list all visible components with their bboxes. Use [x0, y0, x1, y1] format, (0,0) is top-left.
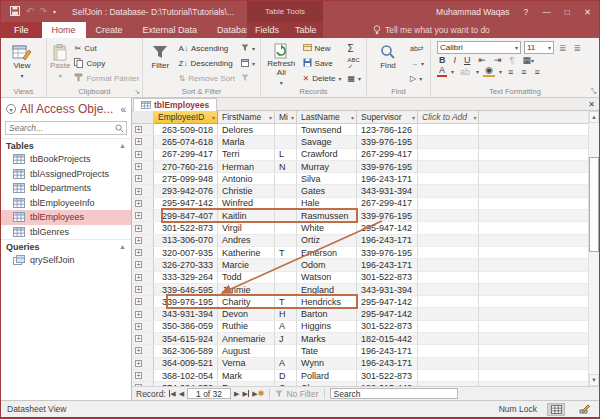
refresh-all-button[interactable]: Refresh All ▾	[264, 41, 299, 86]
cell-mi[interactable]	[275, 222, 297, 234]
row-expand-button[interactable]: +	[132, 173, 154, 185]
cell-firstname[interactable]: Devon	[218, 308, 275, 320]
cell-supervisor[interactable]: 301-522-873	[357, 321, 418, 333]
redo-icon[interactable]: ↷	[40, 7, 48, 16]
cell-supervisor[interactable]: 301-522-873	[357, 370, 418, 382]
cell-firstname[interactable]: Rex	[218, 382, 275, 386]
datasheet-view-button[interactable]	[547, 403, 565, 416]
cell-mi[interactable]: L	[275, 149, 297, 161]
tell-me-box[interactable]: Tell me what you want to do	[373, 22, 490, 38]
cell-mi[interactable]: A	[275, 321, 297, 333]
toggle-filter-button[interactable]	[239, 71, 257, 86]
cell-supervisor[interactable]: 196-243-171	[357, 259, 418, 271]
row-expand-button[interactable]: +	[132, 136, 154, 148]
previous-record-button[interactable]: ◀	[179, 390, 184, 398]
table-row[interactable]: +333-329-264ToddWatson301-522-873	[132, 272, 588, 284]
cell-click-to-add[interactable]	[418, 173, 479, 185]
scrollbar-thumb[interactable]	[589, 157, 599, 252]
decrease-indent-icon[interactable]: ⇤	[477, 55, 489, 65]
cell-lastname[interactable]: England	[297, 284, 357, 296]
cell-mi[interactable]: N	[275, 161, 297, 173]
table-row[interactable]: +299-847-407KaitlinRasmussen339-976-195	[132, 210, 588, 222]
cell-click-to-add[interactable]	[418, 308, 479, 320]
filter-button[interactable]: Filter	[146, 41, 175, 86]
cell-supervisor[interactable]: 196-243-171	[357, 345, 418, 357]
column-dropdown-icon[interactable]: ▾	[269, 114, 272, 121]
column-header-click-to-add[interactable]: Click to Add▾	[418, 111, 479, 124]
cell-firstname[interactable]: Herman	[218, 161, 275, 173]
cell-click-to-add[interactable]	[418, 198, 479, 210]
table-row[interactable]: +326-270-333MarcieOdom196-243-171	[132, 259, 588, 271]
help-button[interactable]: ?	[524, 7, 529, 17]
nav-search-box[interactable]	[5, 121, 127, 135]
row-expand-button[interactable]: +	[132, 124, 154, 136]
gridlines-icon[interactable]: ▦▾	[520, 55, 536, 65]
cell-click-to-add[interactable]	[418, 161, 479, 173]
cell-lastname[interactable]: Watson	[297, 272, 357, 284]
row-expand-button[interactable]: +	[132, 272, 154, 284]
row-expand-button[interactable]: +	[132, 259, 154, 271]
cell-mi[interactable]	[275, 173, 297, 185]
record-search-input[interactable]	[330, 388, 458, 399]
row-expand-button[interactable]: +	[132, 321, 154, 333]
cell-mi[interactable]: J	[275, 333, 297, 345]
column-header-firstname[interactable]: FirstName▾	[218, 111, 275, 124]
cell-click-to-add[interactable]	[418, 235, 479, 247]
row-expand-button[interactable]: +	[132, 296, 154, 308]
numbering-icon[interactable]: ≣	[572, 43, 584, 53]
highlight-color-button[interactable]: ab	[458, 67, 472, 77]
row-expand-button[interactable]: +	[132, 210, 154, 222]
table-row[interactable]: +295-947-142WinfredHale267-299-417	[132, 198, 588, 210]
cell-supervisor[interactable]: 196-243-171	[357, 173, 418, 185]
column-dropdown-icon[interactable]: ▾	[212, 114, 215, 121]
clipboard-dialog-launcher[interactable]: ↘	[134, 88, 140, 96]
document-tab-tblemployees[interactable]: tblEmployees	[133, 98, 217, 111]
column-dropdown-icon[interactable]: ▾	[291, 114, 294, 121]
cell-supervisor[interactable]: 295-947-142	[357, 308, 418, 320]
cell-mi[interactable]	[275, 284, 297, 296]
next-record-button[interactable]: ▶	[234, 390, 239, 398]
more-records-button[interactable]: ▦▾	[345, 71, 363, 86]
cell-supervisor[interactable]: 295-947-142	[357, 222, 418, 234]
cell-supervisor[interactable]: 343-931-394	[357, 284, 418, 296]
bold-button[interactable]: B	[437, 55, 448, 65]
cell-mi[interactable]	[275, 259, 297, 271]
table-row[interactable]: +374-024-852RexCClay182-015-442	[132, 382, 588, 386]
cell-employeeid[interactable]: 368-102-054	[154, 370, 218, 382]
cell-employeeid[interactable]: 263-509-018	[154, 124, 218, 136]
row-expand-button[interactable]: +	[132, 161, 154, 173]
column-header-mi[interactable]: Mi▾	[275, 111, 297, 124]
rtl-icon[interactable]: ¶	[508, 55, 517, 65]
font-name-combobox[interactable]: Calibri▾	[437, 41, 521, 54]
italic-button[interactable]: I	[452, 55, 459, 65]
tab-external-data[interactable]: External Data	[133, 22, 208, 38]
row-expand-button[interactable]: +	[132, 247, 154, 259]
cell-firstname[interactable]: Charity	[218, 296, 275, 308]
tab-file[interactable]: File	[1, 22, 42, 38]
cell-firstname[interactable]: Jimmie	[218, 284, 275, 296]
cell-mi[interactable]	[275, 345, 297, 357]
delete-record-button[interactable]: ✕Delete▾	[301, 71, 344, 86]
cut-button[interactable]: ✂Cut	[72, 41, 141, 56]
row-expand-button[interactable]: +	[132, 149, 154, 161]
cell-firstname[interactable]: Ruthie	[218, 321, 275, 333]
table-row[interactable]: +343-931-394DevonHBarton295-947-142	[132, 308, 588, 320]
column-header-lastname[interactable]: LastName▾	[297, 111, 357, 124]
cell-firstname[interactable]: Andres	[218, 235, 275, 247]
font-color-button[interactable]: A	[437, 66, 447, 77]
cell-firstname[interactable]: Winfred	[218, 198, 275, 210]
cell-click-to-add[interactable]	[418, 222, 479, 234]
table-row[interactable]: +275-099-948AntonioSilva196-243-171	[132, 173, 588, 185]
cell-firstname[interactable]: Christie	[218, 185, 275, 197]
cell-click-to-add[interactable]	[418, 272, 479, 284]
column-dropdown-icon[interactable]: ▾	[351, 114, 354, 121]
align-left-icon[interactable]: ≡	[506, 67, 515, 77]
cell-employeeid[interactable]: 339-646-595	[154, 284, 218, 296]
sidebar-item-tblgenres[interactable]: tblGenres	[1, 225, 131, 240]
cell-click-to-add[interactable]	[418, 210, 479, 222]
cell-lastname[interactable]: Higgins	[297, 321, 357, 333]
cell-lastname[interactable]: Hendricks	[297, 296, 357, 308]
cell-firstname[interactable]: Antonio	[218, 173, 275, 185]
cell-lastname[interactable]: Crawford	[297, 149, 357, 161]
cell-lastname[interactable]: Murray	[297, 161, 357, 173]
